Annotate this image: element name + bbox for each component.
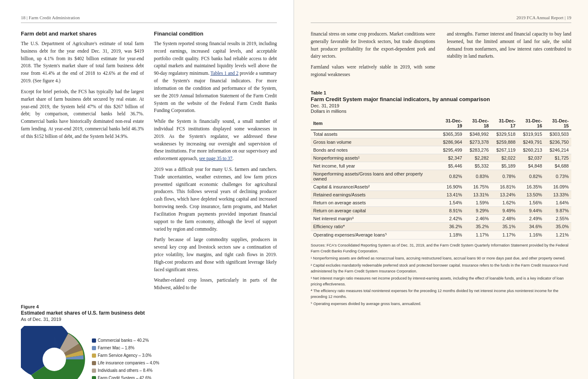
table-row: Return on average capital8.91%9.29%9.49%… [311,206,571,214]
legend-label-commercial: Commercial banks – 40.2% [98,337,149,344]
legend-item-individuals: Individuals and others – 8.4% [92,367,159,374]
figure4-section: Figure 4 Estimated market shares of U.S.… [21,304,277,379]
table-row: Total assets$365,359$348,992$329,518$319… [311,130,571,138]
table-cell-value: 1.18% [438,231,465,239]
page-right: 2019 FCA Annual Report | 19 financial st… [294,0,588,379]
table-cell-value: $236,750 [545,138,571,146]
table-row: Net interest margin³2.42%2.46%2.48%2.49%… [311,214,571,222]
table-row: Nonperforming assets¹$2,347$2,282$2,022$… [311,154,571,162]
pie-chart [21,326,88,379]
col-farm-debt: Farm debt and market shares The U.S. Dep… [21,31,144,295]
table-row: Nonperforming assets/Gross loans and oth… [311,170,571,183]
legend-dot-commercial [92,338,96,343]
table-cell-value: $2,022 [491,154,518,162]
table-cell-item: Nonperforming assets¹ [311,154,438,162]
table1-label: Table 1 [311,90,571,95]
table-cell-value: $5,332 [465,162,492,170]
section1-title: Farm debt and market shares [21,31,144,37]
table-cell-value: $273,378 [465,138,492,146]
table-cell-value: 0.82% [438,170,465,183]
left-two-col: Farm debt and market shares The U.S. Dep… [21,31,277,295]
table-cell-item: Efficiency ratio⁴ [311,222,438,231]
table-row: Efficiency ratio⁴36.2%35.2%35.1%34.6%35.… [311,222,571,231]
col-header-dec19: 31-Dec-19 [438,117,465,130]
table-cell-item: Nonperforming assets/Gross loans and oth… [311,170,438,183]
table-cell-value: $2,037 [518,154,545,162]
table-cell-value: $2,347 [438,154,465,162]
table-cell-value: $303,503 [545,130,571,138]
table-cell-value: $267,119 [491,146,518,154]
table-cell-value: $246,214 [545,146,571,154]
figure4-subtitle: As of Dec. 31, 2019 [21,317,277,322]
table-cell-item: Return on average capital [311,206,438,214]
section1-para1: The U.S. Department of Agriculture's est… [21,40,144,85]
table-cell-value: 34.6% [518,222,545,231]
table-header-row: Item 31-Dec-19 31-Dec-18 31-Dec-17 31-De… [311,117,571,130]
table-cell-value: $249,791 [518,138,545,146]
figure4-label: Figure 4 [21,304,277,309]
table-cell-value: 16.35% [518,183,545,191]
table-cell-value: 0.73% [545,170,571,183]
legend-dot-individuals [92,369,96,373]
table1-date: Dec. 31, 2019 [311,103,571,108]
table-cell-value: 13.31% [465,191,492,198]
legend-item-commercial: Commercial banks – 40.2% [92,337,159,344]
table-cell-value: $365,359 [438,130,465,138]
table-cell-value: $259,888 [491,138,518,146]
col-header-dec15: 31-Dec-15 [545,117,571,130]
table-cell-value: 0.82% [518,170,545,183]
table-row: Gross loan volume$286,964$273,378$259,88… [311,138,571,146]
table-cell-value: 13.41% [438,191,465,198]
section2-para5: Weather-related crop losses, particularl… [154,277,277,292]
table-cell-value: $348,992 [465,130,492,138]
footnote-5: ⁵ Operating expenses divided by average … [311,301,571,307]
table-cell-value: 1.64% [545,198,571,206]
section2-para3: 2019 was a difficult year for many U.S. … [154,166,277,233]
right-top-col1: financial stress on some crop producers.… [311,31,435,82]
table-footnotes: Sources: FCA's Consolidated Reporting Sy… [311,243,571,307]
table-cell-value: 1.56% [518,198,545,206]
table-cell-value: 2.49% [518,214,545,222]
legend-item-fsa: Farm Service Agency – 3.0% [92,352,159,359]
section1-para2: Except for brief periods, the FCS has ty… [21,88,144,140]
chart-legend: Commercial banks – 40.2% Farmer Mac – 1.… [92,337,159,379]
right-top-text: financial stress on some crop producers.… [311,31,571,82]
legend-label-fcs: Farm Credit System – 42.6% [98,374,151,379]
col-header-item: Item [311,117,438,130]
right-para1: financial stress on some crop producers.… [311,31,435,60]
financial-table: Item 31-Dec-19 31-Dec-18 31-Dec-17 31-De… [311,117,571,239]
table-cell-value: 9.29% [465,206,492,214]
svg-point-0 [43,348,66,371]
table1-section: Table 1 Farm Credit System major financi… [311,90,571,307]
table-cell-value: 35.1% [491,222,518,231]
col-header-dec16: 31-Dec-16 [518,117,545,130]
table-cell-item: Net interest margin³ [311,214,438,222]
table-row: Capital & insurance/Assets²16.90%16.75%1… [311,183,571,191]
table-cell-value: $260,213 [518,146,545,154]
right-para3: and strengths. Farmer interest and finan… [447,31,571,60]
table-cell-value: 9.44% [518,206,545,214]
table-cell-value: 35.2% [465,222,492,231]
legend-item-farmermac: Farmer Mac – 1.8% [92,344,159,352]
table-cell-value: $286,964 [438,138,465,146]
section2-para4: Partly because of large commodity suppli… [154,236,277,273]
legend-dot-lifeins [92,361,96,365]
right-para2: Farmland values were relatively stable i… [311,64,435,79]
section2-para1: The System reported strong financial res… [154,40,277,114]
footnote-1: ¹ Nonperforming assets are defined as no… [311,256,571,262]
legend-item-lifeins: Life insurance companies – 4.0% [92,359,159,367]
col-header-dec18: 31-Dec-18 [465,117,492,130]
table-cell-value: $5,189 [491,162,518,170]
table-cell-value: 0.83% [465,170,492,183]
legend-dot-fsa [92,354,96,358]
table-cell-value: 16.90% [438,183,465,191]
table-cell-value: 0.78% [491,170,518,183]
table-cell-value: 9.49% [491,206,518,214]
table-row: Net income, full year$5,446$5,332$5,189$… [311,162,571,170]
table-cell-item: Operating expenses/Average loans⁵ [311,231,438,239]
page-left: 18 | Farm Credit Administration Farm deb… [0,0,294,379]
col-header-dec17: 31-Dec-17 [491,117,518,130]
table-cell-value: $4,688 [545,162,571,170]
table-cell-value: 36.2% [438,222,465,231]
table-cell-value: $5,446 [438,162,465,170]
